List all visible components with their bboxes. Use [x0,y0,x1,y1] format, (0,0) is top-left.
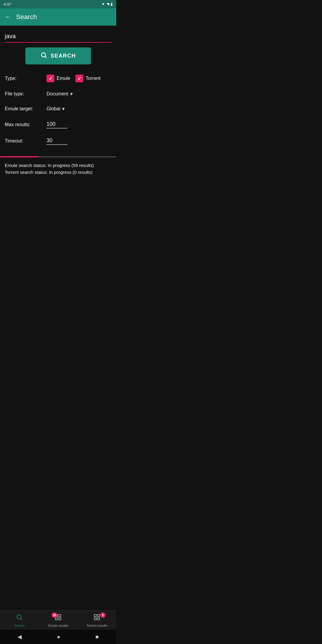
torrent-status-line: Torrent search status: In progress (0 re… [5,170,112,175]
status-time: 4:37 [4,2,11,7]
file-type-value: Document [47,91,68,97]
main-content: SEARCH Type: ✓ Emule ✓ Torrent File type… [0,26,116,154]
emule-checkbox[interactable]: ✓ [47,75,54,82]
type-row: Type: ✓ Emule ✓ Torrent [5,70,112,86]
search-input[interactable] [5,30,112,43]
timeout-row: Timeout: [5,133,112,149]
svg-point-0 [41,53,46,57]
progress-bar-fill [0,156,38,157]
search-input-container [5,30,112,43]
timeout-input[interactable] [47,137,67,145]
torrent-label: Torrent [86,76,100,81]
back-button[interactable]: ← [5,13,11,21]
max-results-label: Max results: [5,122,47,127]
max-results-row: Max results: [5,116,112,133]
emule-target-row: Emule target: Global ▾ [5,101,112,116]
emule-target-value: Global [47,106,60,112]
emule-label: Emule [57,76,70,81]
search-button-label: SEARCH [50,53,76,59]
emule-checkbox-item[interactable]: ✓ Emule [47,75,70,82]
emule-target-chevron-icon: ▾ [62,106,65,112]
file-type-chevron-icon: ▾ [70,91,73,97]
type-label: Type: [5,76,47,81]
torrent-checkbox-item[interactable]: ✓ Torrent [75,75,100,82]
search-btn-container: SEARCH [5,47,112,64]
battery-icon: ▮ [111,2,113,6]
signal-icon: ◥ [106,2,109,6]
emule-target-label: Emule target: [5,106,47,112]
progress-section [0,156,116,157]
search-button-icon [40,52,47,60]
search-button[interactable]: SEARCH [25,47,91,64]
status-bar: 4:37 ▼ ◥ ▮ [0,0,116,8]
status-icons: ▼ ◥ ▮ [101,2,113,6]
status-section: Emule search status: In progress (59 res… [0,160,116,179]
app-bar-title: Search [16,13,37,21]
max-results-input[interactable] [47,120,67,129]
file-type-row: File type: Document ▾ [5,86,112,101]
svg-line-1 [45,57,47,58]
torrent-checkbox[interactable]: ✓ [75,75,83,82]
type-checkbox-group: ✓ Emule ✓ Torrent [47,75,100,82]
emule-target-dropdown[interactable]: Global ▾ [47,106,65,112]
wifi-icon: ▼ [101,2,105,6]
emule-status-line: Emule search status: In progress (59 res… [5,163,112,168]
progress-bar-track [0,156,116,157]
app-bar: ← Search [0,8,116,26]
timeout-label: Timeout: [5,138,47,144]
file-type-dropdown[interactable]: Document ▾ [47,91,73,97]
file-type-label: File type: [5,91,47,97]
